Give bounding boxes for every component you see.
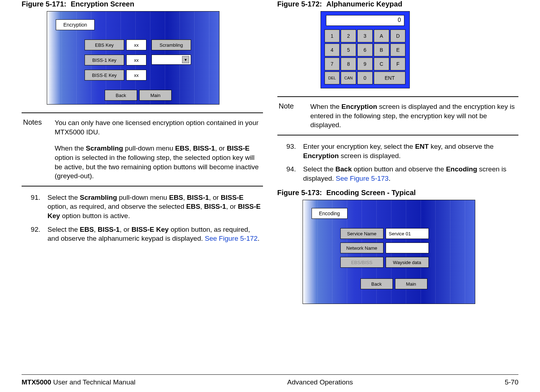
key-2[interactable]: 2 — [341, 29, 356, 42]
encryption-screen: Encryption EBS Key xx Scrambling BISS-1 … — [47, 11, 219, 105]
key-del[interactable]: DEL — [325, 72, 340, 84]
notes-left-p1: You can only have one licensed encryptio… — [55, 118, 263, 137]
key-5[interactable]: 5 — [341, 43, 356, 56]
key-E[interactable]: E — [390, 43, 406, 56]
service-name-button[interactable]: Service Name — [340, 228, 384, 239]
key-C[interactable]: C — [374, 57, 389, 70]
footer-left: MTX5000 User and Technical Manual — [22, 378, 136, 386]
notes-block-left: Notes You can only have one licensed enc… — [22, 112, 263, 186]
step-91: 91. Select the Scrambling pull-down menu… — [22, 193, 263, 221]
back-button[interactable]: Back — [105, 90, 137, 101]
note-label: Note — [277, 102, 310, 130]
figure-171-title: Figure 5-171:Encryption Screen — [22, 0, 263, 8]
key-F[interactable]: F — [390, 57, 406, 70]
key-6[interactable]: 6 — [357, 43, 373, 56]
see-figure-172-link[interactable]: See Figure 5-172 — [205, 235, 258, 242]
network-name-button[interactable]: Network Name — [340, 243, 384, 253]
figure-173-title: Figure 5-173:Encoding Screen - Typical — [277, 189, 519, 197]
key-1[interactable]: 1 — [325, 29, 340, 42]
chevron-down-icon: ▼ — [182, 56, 189, 63]
ebs-key-button[interactable]: EBS Key — [85, 40, 124, 50]
notes-left-p2: When the Scrambling pull-down menu EBS, … — [55, 144, 263, 181]
biss1-key-value[interactable]: xx — [126, 55, 146, 65]
key-A[interactable]: A — [374, 29, 389, 42]
encryption-title-tab: Encryption — [56, 19, 95, 30]
key-B[interactable]: B — [374, 43, 389, 56]
encoding-screen: Encoding Service Name Service 01 Network… — [303, 200, 475, 304]
notes-label: Notes — [22, 118, 55, 181]
keypad-display: 0 — [326, 15, 404, 26]
key-7[interactable]: 7 — [325, 57, 340, 70]
key-4[interactable]: 4 — [325, 43, 340, 56]
note-right-p: When the Encryption screen is displayed … — [310, 102, 519, 130]
biss1-key-button[interactable]: BISS-1 Key — [85, 55, 124, 65]
key-ent[interactable]: ENT — [374, 72, 406, 84]
encoding-title-tab: Encoding — [312, 208, 348, 219]
footer-right: 5-70 — [505, 378, 518, 386]
step-92: 92. Select the EBS, BISS-1, or BISS-E Ke… — [22, 225, 263, 243]
step-94: 94. Select the Back option button and ob… — [277, 165, 519, 183]
key-D[interactable]: D — [390, 29, 406, 42]
bisse-key-value[interactable]: xx — [126, 70, 146, 80]
key-3[interactable]: 3 — [357, 29, 373, 42]
ebs-key-value[interactable]: xx — [126, 40, 146, 50]
encoding-back-button[interactable]: Back — [360, 278, 393, 289]
main-button[interactable]: Main — [139, 90, 172, 101]
key-8[interactable]: 8 — [341, 57, 356, 70]
alphanumeric-keypad: 0 1 2 3 A D 4 5 6 B E 7 8 9 C F — [321, 11, 410, 88]
note-block-right: Note When the Encryption screen is displ… — [277, 96, 519, 135]
footer-center: Advanced Operations — [287, 378, 353, 386]
network-name-value[interactable] — [386, 243, 429, 253]
bisse-key-button[interactable]: BISS-E Key — [85, 70, 124, 80]
service-name-value[interactable]: Service 01 — [386, 228, 429, 239]
key-9[interactable]: 9 — [357, 57, 373, 70]
encoding-main-button[interactable]: Main — [395, 278, 427, 289]
key-0[interactable]: 0 — [357, 72, 373, 84]
page-footer: MTX5000 User and Technical Manual Advanc… — [22, 374, 518, 386]
ebs-biss-button: EBS/BISS — [340, 257, 384, 268]
figure-172-title: Figure 5-172:Alphanumeric Keypad — [277, 0, 519, 8]
scrambling-dropdown[interactable]: ▼ — [151, 55, 191, 65]
scrambling-button[interactable]: Scrambling — [151, 40, 191, 50]
step-93: 93. Enter your encryption key, select th… — [277, 142, 519, 160]
see-figure-173-link[interactable]: See Figure 5-173 — [336, 175, 389, 182]
key-can[interactable]: CAN — [341, 72, 356, 84]
wayside-data-button[interactable]: Wayside data — [386, 257, 429, 268]
